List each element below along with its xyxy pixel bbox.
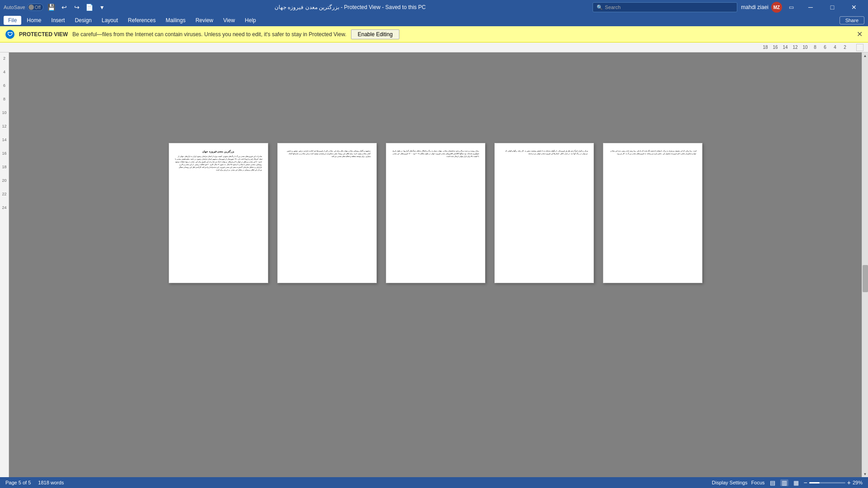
autosave-toggle[interactable]: Off <box>27 4 43 11</box>
ruler-14: 14 <box>780 45 790 50</box>
search-icon: 🔍 <box>597 5 603 10</box>
autosave-off-label: Off <box>35 5 41 10</box>
vruler-4: 4 <box>3 70 5 74</box>
undo-button[interactable]: ↩ <box>59 2 70 13</box>
zoom-slider[interactable] <box>809 482 845 483</box>
zoom-control: − + 29% <box>804 479 863 486</box>
page-5-text: است زما زمانی که انی معمول می‌چرخد به بر… <box>609 150 697 155</box>
vruler-2: 2 <box>3 56 5 61</box>
menu-item-home[interactable]: Home <box>22 16 46 25</box>
page-info: Page 5 of 5 <box>5 480 31 485</box>
document-view[interactable]: بزرگترین معدن فیروزه جهان صادرات این فیر… <box>9 52 862 477</box>
zoom-in-button[interactable]: + <box>847 479 851 486</box>
page-1-title: بزرگترین معدن فیروزه جهان <box>175 150 262 153</box>
ruler-2: 2 <box>840 45 850 50</box>
ruler-4: 4 <box>830 45 840 50</box>
enable-editing-button[interactable]: Enable Editing <box>351 29 399 39</box>
save-button[interactable]: 💾 <box>46 2 57 13</box>
search-input[interactable] <box>605 5 733 10</box>
main-area: 2 4 6 8 10 12 14 16 18 20 22 24 بزرگترین… <box>0 52 868 477</box>
web-layout-view-button[interactable]: ▥ <box>780 479 788 486</box>
ruler-12: 12 <box>790 45 800 50</box>
vruler-20: 20 <box>2 178 6 183</box>
title-bar-right: 🔍 mahdi ziaei MZ ▭ ─ □ ✕ <box>593 0 864 14</box>
vertical-scrollbar[interactable]: ▲ ▼ <box>862 52 868 477</box>
menu-bar: File Home Insert Design Layout Reference… <box>0 14 868 26</box>
minimize-button[interactable]: ─ <box>800 0 821 14</box>
vruler-6: 6 <box>3 83 5 88</box>
title-bar-left: AutoSave Off 💾 ↩ ↪ 📄 ▾ <box>4 2 108 13</box>
read-mode-view-button[interactable]: ▦ <box>792 479 800 486</box>
page-4-text: مرکز و کنترل امنیاً از هر نظر هر فیروزه‌… <box>500 150 588 155</box>
user-avatar[interactable]: MZ <box>771 2 782 13</box>
doc-page-3: زمانه روست و دست پرکار و خود متخصصان معا… <box>386 143 485 283</box>
vruler-8: 8 <box>3 97 5 101</box>
scroll-track[interactable] <box>862 59 868 471</box>
menu-item-layout[interactable]: Layout <box>97 16 123 25</box>
print-layout-view-button[interactable]: ▤ <box>768 479 777 486</box>
ruler-8: 8 <box>810 45 820 50</box>
autosave-group: AutoSave Off <box>4 4 43 11</box>
menu-item-help[interactable]: Help <box>240 16 261 25</box>
ruler-number-group: 18 16 14 12 10 8 6 4 2 <box>760 45 850 50</box>
page-2-text: مشهود و گفتار روستایی معادن مهلت مالی بر… <box>283 150 371 158</box>
ruler-10: 10 <box>800 45 810 50</box>
menu-item-design[interactable]: Design <box>70 16 96 25</box>
protected-view-message: Be careful—files from the Internet can c… <box>72 31 346 38</box>
doc-page-5: است زما زمانی که انی معمول می‌چرخد به بر… <box>603 143 702 283</box>
title-bar: AutoSave Off 💾 ↩ ↪ 📄 ▾ بزرگترین معدن فیر… <box>0 0 868 14</box>
status-bar: Page 5 of 5 1818 words Display Settings … <box>0 477 868 488</box>
ruler-18: 18 <box>760 45 770 50</box>
ruler-corner-btn[interactable] <box>856 44 863 51</box>
horizontal-ruler: 18 16 14 12 10 8 6 4 2 <box>0 43 868 52</box>
doc-page-2: مشهود و گفتار روستایی معادن مهلت مالی بر… <box>277 143 377 283</box>
protected-view-label: PROTECTED VIEW <box>19 31 68 38</box>
redo-button[interactable]: ↪ <box>71 2 82 13</box>
scroll-up-button[interactable]: ▲ <box>862 52 868 59</box>
window-controls: ─ □ ✕ <box>800 0 864 14</box>
scroll-thumb[interactable] <box>863 265 868 292</box>
zoom-slider-fill <box>809 482 820 483</box>
vruler-10: 10 <box>2 110 6 115</box>
share-button[interactable]: Share <box>840 16 864 24</box>
user-info: mahdi ziaei MZ <box>741 2 782 13</box>
doc-page-4: مرکز و کنترل امنیاً از هر نظر هر فیروزه‌… <box>494 143 594 283</box>
protected-view-bar: 🛡 PROTECTED VIEW Be careful—files from t… <box>0 26 868 43</box>
word-count: 1818 words <box>38 480 64 485</box>
doc-page-1: بزرگترین معدن فیروزه جهان صادرات این فیر… <box>169 143 268 283</box>
window-title: بزرگترین معدن فیروزه جهان - Protected Vi… <box>108 4 593 10</box>
ribbon-display-btn[interactable]: ▭ <box>786 2 797 13</box>
autosave-label: AutoSave <box>4 5 25 10</box>
scroll-down-button[interactable]: ▼ <box>862 471 868 477</box>
username-label: mahdi ziaei <box>741 4 768 10</box>
quick-save-buttons: 💾 ↩ ↪ 📄 ▾ <box>46 2 108 13</box>
focus-label[interactable]: Focus <box>751 480 765 485</box>
search-box[interactable]: 🔍 <box>593 2 737 12</box>
protected-bar-close-button[interactable]: ✕ <box>857 30 863 38</box>
menu-item-references[interactable]: References <box>123 16 160 25</box>
page-1-text: صادرات این فیروزه‌های معدن بزرگ با رنگ‌ه… <box>175 155 262 171</box>
menu-item-mailings[interactable]: Mailings <box>161 16 190 25</box>
display-settings-label[interactable]: Display Settings <box>712 480 748 485</box>
page-3-text: زمانه روست و دست پرکار و خود متخصصان معا… <box>392 150 479 158</box>
vruler-14: 14 <box>2 137 6 142</box>
new-doc-button[interactable]: 📄 <box>84 2 95 13</box>
status-bar-right: Display Settings Focus ▤ ▥ ▦ − + 29% <box>712 479 863 486</box>
zoom-percent: 29% <box>853 480 863 485</box>
vruler-16: 16 <box>2 151 6 156</box>
maximize-button[interactable]: □ <box>822 0 843 14</box>
vruler-12: 12 <box>2 124 6 128</box>
pages-container: بزرگترین معدن فیروزه جهان صادرات این فیر… <box>169 143 702 283</box>
ruler-16: 16 <box>770 45 780 50</box>
protected-shield-icon: 🛡 <box>5 30 14 39</box>
menu-item-review[interactable]: Review <box>191 16 218 25</box>
menu-item-insert[interactable]: Insert <box>47 16 69 25</box>
customize-button[interactable]: ▾ <box>97 2 108 13</box>
vertical-ruler: 2 4 6 8 10 12 14 16 18 20 22 24 <box>0 52 9 477</box>
vruler-22: 22 <box>2 192 6 196</box>
ruler-6: 6 <box>820 45 830 50</box>
menu-item-view[interactable]: View <box>219 16 240 25</box>
close-button[interactable]: ✕ <box>844 0 864 14</box>
zoom-out-button[interactable]: − <box>804 479 807 486</box>
menu-item-file[interactable]: File <box>4 16 21 25</box>
